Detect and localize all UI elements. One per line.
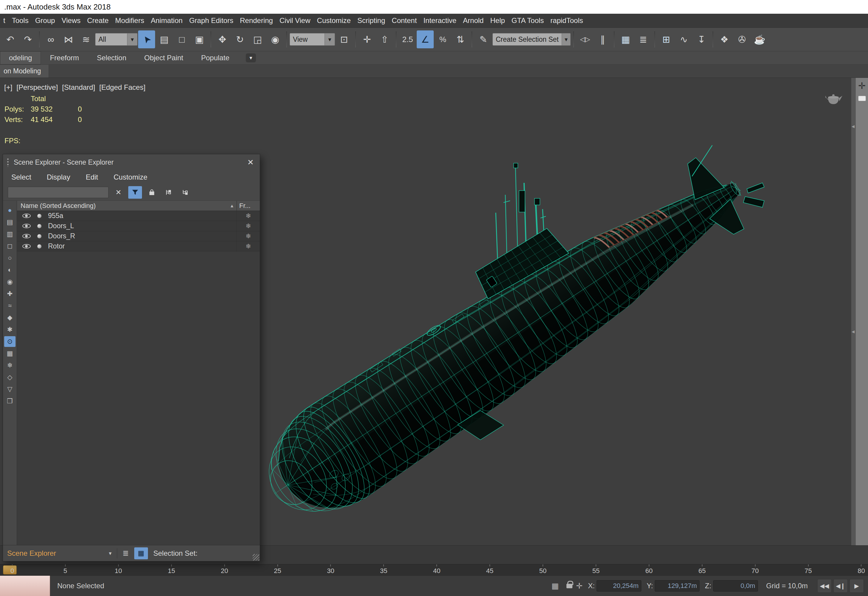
drag-grip-icon[interactable] [7,158,10,167]
coord-field-x[interactable]: 20,254m [596,580,641,592]
visibility-eye-icon[interactable] [22,214,31,218]
schematic-view-button[interactable]: ↧ [693,30,710,48]
resize-grip[interactable] [252,554,259,561]
bind-to-space-warp-button[interactable]: ≋ [78,30,94,48]
modify-panel-icon[interactable] [858,96,866,101]
scroll-left-icon[interactable]: ◀ [852,329,855,334]
toggle-layer-explorer-button[interactable]: ≣ [635,30,652,48]
layers-icon[interactable]: ≣ [123,549,129,558]
filter-funnel-icon[interactable]: ▽ [4,384,16,395]
expand-tree-icon[interactable] [162,186,176,199]
filter-geometry-icon[interactable]: ◻ [4,241,16,251]
freeze-snowflake-icon[interactable]: ❄ [236,231,260,241]
undo-button[interactable]: ↶ [2,30,19,48]
selection-region-button[interactable]: □ [173,30,190,48]
snaps-toggle-button[interactable]: 2.5 [399,30,416,48]
dropdown-arrow-icon[interactable]: ▾ [562,33,570,45]
select-and-manipulate-button[interactable]: ✛ [359,30,375,48]
spinner-snap-button[interactable]: ⇅ [452,30,469,48]
keyboard-override-button[interactable]: ⇧ [376,30,393,48]
menu-views[interactable]: Views [58,14,84,27]
select-and-scale-button[interactable]: ◲ [249,30,266,48]
dropdown-arrow-icon[interactable]: ▾ [325,33,335,45]
menu-scripting[interactable]: Scripting [354,14,388,27]
menu-gta-tools[interactable]: GTA Tools [508,14,547,27]
viewport-general-menu[interactable]: [+] [4,83,12,91]
window-crossing-button[interactable]: ▣ [191,30,208,48]
ribbon-tab-populate[interactable]: Populate [192,51,238,65]
reference-coordinate-dropdown[interactable]: View▾ [289,33,335,46]
filter-helpers-icon[interactable]: ✚ [4,288,16,299]
clear-search-icon[interactable]: ✕ [112,186,125,199]
unlink-selection-button[interactable]: ⋈ [60,30,77,48]
track-bar[interactable]: 05101520253035404550556065707580 [0,564,868,575]
explorer-menu-select[interactable]: Select [11,173,31,181]
visibility-eye-icon[interactable] [22,244,31,248]
curve-editor-button[interactable]: ∿ [675,30,692,48]
filter-lights-icon[interactable]: ◐ [4,265,16,275]
menu-group[interactable]: Group [32,14,59,27]
menu-interactive[interactable]: Interactive [420,14,460,27]
filter-frozen-icon[interactable]: ❄ [4,360,16,371]
redo-button[interactable]: ↷ [19,30,36,48]
viewport-edged-faces-menu[interactable]: [Edged Faces] [99,83,146,91]
collapse-tree-icon[interactable] [179,186,192,199]
play-button[interactable]: ▶ [849,579,864,593]
table-row[interactable]: Rotor❄ [17,241,260,251]
filter-xrefs-icon[interactable]: ◇ [4,372,16,383]
filter-particles-icon[interactable]: ✱ [4,324,16,335]
menu-tools[interactable]: Tools [9,14,32,27]
material-editor-button[interactable]: ❖ [716,30,733,48]
use-pivot-center-button[interactable]: ⊡ [335,30,353,48]
percent-snap-button[interactable]: % [434,30,451,48]
table-row[interactable]: Doors_R❄ [17,231,260,241]
selection-lock-icon[interactable] [567,584,573,588]
menu-help[interactable]: Help [487,14,508,27]
freeze-snowflake-icon[interactable]: ❄ [236,221,260,231]
transform-gizmo-icon[interactable]: ▦ [552,581,559,591]
display-visibility-icon[interactable]: ⊙ [4,336,16,347]
filter-containers-icon[interactable]: ▤ [4,217,16,227]
coord-field-z[interactable]: 0,0m [713,580,758,592]
explorer-menu-display[interactable]: Display [47,173,70,181]
ribbon-tab-odeling[interactable]: odeling [0,51,41,65]
explorer-menu-customize[interactable]: Customize [114,173,148,181]
angle-snap-button[interactable]: ∠ [417,30,434,48]
scene-explorer-titlebar[interactable]: Scene Explorer - Scene Explorer ✕ [3,154,260,170]
coord-field-y[interactable]: 129,127m [655,580,700,592]
selection-set-mode-button[interactable]: ▦ [134,547,148,559]
menu-customize[interactable]: Customize [314,14,354,27]
name-column-header[interactable]: Name (Sorted Ascending) [21,202,96,210]
render-setup-button[interactable]: ✇ [734,30,750,48]
select-and-rotate-button[interactable]: ↻ [232,30,248,48]
filter-shapes-icon[interactable]: ○ [4,253,16,263]
named-selection-sets-dropdown[interactable]: Create Selection Set▾ [493,33,571,46]
menu-arnold[interactable]: Arnold [460,14,487,27]
search-input[interactable] [8,187,109,198]
selection-filter-dropdown[interactable]: All▾ [95,33,137,46]
go-to-start-button[interactable]: ◀◀ [817,579,832,593]
maxscript-mini-listener[interactable] [0,576,50,596]
select-and-link-button[interactable]: ∞ [42,30,59,48]
folder-icon[interactable]: ❒ [4,396,16,407]
visibility-eye-icon[interactable] [22,234,31,238]
viewport-pov-menu[interactable]: [Perspective] [16,83,58,91]
select-and-move-button[interactable]: ✥ [214,30,231,48]
menu-animation[interactable]: Animation [148,14,186,27]
menu-t[interactable]: t [0,14,9,27]
filter-funnel-icon[interactable] [128,186,142,199]
freeze-snowflake-icon[interactable]: ❄ [236,211,260,221]
visibility-eye-icon[interactable] [22,224,31,228]
selectable-dot-icon[interactable] [37,244,41,248]
select-by-name-button[interactable]: ▤ [156,30,173,48]
menu-graph-editors[interactable]: Graph Editors [186,14,236,27]
edit-named-sets-button[interactable]: ✎ [475,30,492,48]
explorer-selector-dropdown[interactable]: Scene Explorer ▾ [7,549,112,558]
create-panel-icon[interactable]: ✛ [858,81,866,90]
render-production-button[interactable]: ☕ [751,30,768,48]
list-column-header[interactable]: Name (Sorted Ascending) ▲ Fr... [17,201,260,211]
selectable-dot-icon[interactable] [37,224,41,228]
scroll-left-icon[interactable]: ◀ [852,124,855,128]
toggle-scene-explorer-button[interactable]: ▦ [617,30,634,48]
ribbon-toggle-button[interactable]: ⊞ [658,30,675,48]
